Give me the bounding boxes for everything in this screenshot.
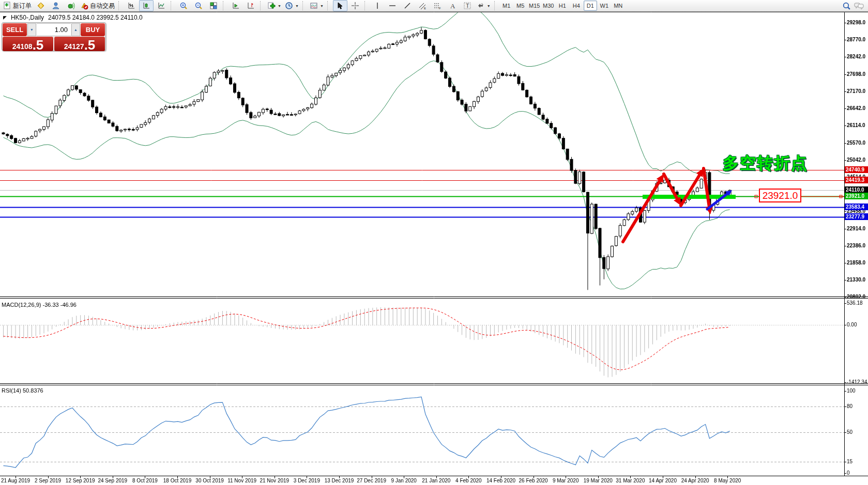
cursor-button[interactable]: [333, 0, 347, 11]
chart-shift-button[interactable]: [243, 0, 258, 11]
auto-trading-icon: [80, 2, 88, 10]
dropdown-caret-icon: ▼: [295, 4, 299, 8]
candlestick-chart-button[interactable]: [139, 0, 154, 11]
buy-price-main: 24127: [64, 42, 84, 51]
cursor-arrow-icon: [336, 2, 344, 10]
buy-price-button[interactable]: 24127.5: [54, 37, 105, 51]
crosshair-button[interactable]: [348, 0, 362, 11]
rsi-axis-tick: 0: [847, 470, 868, 476]
macd-label: MACD(12,26,9) -36.33 -46.96: [2, 302, 77, 308]
date-axis-label: 9 Mar 2020: [553, 478, 579, 483]
toolbar-separator: [223, 1, 226, 10]
new-order-button[interactable]: 新订单: [2, 0, 33, 11]
market-button[interactable]: [34, 0, 48, 11]
date-axis-label: 27 Dec 2019: [357, 478, 386, 483]
auto-trading-button[interactable]: 自动交易: [79, 0, 116, 11]
macd-axis-tick: -1412.34: [847, 379, 868, 385]
arrows-button[interactable]: ▼: [475, 0, 492, 11]
chart-canvas[interactable]: [0, 0, 868, 485]
bar-chart-icon: [127, 2, 135, 10]
text-label-icon: T: [463, 2, 471, 10]
trading-terminal-window: { "toolbar": { "new_order_label": "新订单",…: [0, 0, 868, 485]
timeframe-button-m15[interactable]: M15: [528, 1, 541, 11]
news-button[interactable]: [64, 0, 78, 11]
volume-decrease-button[interactable]: ▼: [27, 23, 36, 36]
svg-text:F: F: [439, 7, 441, 10]
date-axis-label: 9 Jan 2020: [391, 478, 417, 483]
zoom-out-button[interactable]: [191, 0, 206, 11]
fibonacci-button[interactable]: F: [430, 0, 445, 11]
channel-icon: E: [418, 2, 427, 10]
sell-price-button[interactable]: 24108.5: [3, 37, 53, 51]
signals-button[interactable]: [49, 0, 63, 11]
turning-point-annotation[interactable]: 多空转折点: [723, 152, 808, 174]
date-axis-label: 19 Mar 2020: [584, 478, 613, 483]
bar-chart-button[interactable]: [124, 0, 139, 11]
price-axis-tick: 26642.0: [847, 105, 868, 111]
text-button[interactable]: A: [445, 0, 460, 11]
chat-icon[interactable]: [854, 2, 864, 10]
text-label-button[interactable]: T: [460, 0, 475, 11]
date-axis-label: 21 Jan 2020: [422, 478, 450, 483]
crosshair-icon: [351, 2, 359, 10]
rsi-value: 50.8376: [23, 387, 43, 394]
indicators-button[interactable]: ▼: [266, 0, 283, 11]
auto-trading-label: 自动交易: [90, 2, 115, 10]
new-order-icon: [3, 2, 11, 10]
price-callout-box[interactable]: 23921.0: [759, 189, 801, 202]
equidistant-channel-button[interactable]: E: [415, 0, 430, 11]
vertical-line-button[interactable]: [370, 0, 385, 11]
periods-button[interactable]: ▼: [283, 0, 300, 11]
timeframe-button-mn[interactable]: MN: [612, 1, 625, 11]
price-axis-tick: 21858.0: [847, 260, 868, 265]
volume-increase-button[interactable]: ▲: [71, 23, 80, 36]
toolbar-separator: [118, 1, 122, 10]
line-chart-icon: [157, 2, 165, 10]
date-axis-label: 21 Nov 2019: [260, 478, 289, 483]
auto-scroll-button[interactable]: [229, 0, 243, 11]
search-icon[interactable]: [842, 2, 851, 10]
timeframe-button-h1[interactable]: H1: [556, 1, 569, 11]
trendline-button[interactable]: [400, 0, 415, 11]
timeframe-button-h4[interactable]: H4: [570, 1, 583, 11]
zoom-out-icon: [194, 2, 203, 10]
timeframe-button-d1[interactable]: D1: [584, 1, 597, 11]
price-level-badge: 23583.4: [845, 204, 868, 210]
sell-button[interactable]: SELL: [3, 23, 27, 36]
price-level-badge: 24419.3: [845, 177, 868, 183]
price-axis-tick: 27170.0: [847, 88, 868, 94]
date-axis-label: 2 Sep 2019: [35, 478, 61, 483]
date-axis-label: 4 Feb 2020: [455, 478, 482, 483]
rsi-axis-tick: 50: [847, 429, 868, 435]
date-axis-label: 3 Dec 2019: [294, 478, 320, 483]
date-axis-label: 21 Aug 2019: [1, 478, 30, 483]
timeframe-button-w1[interactable]: W1: [598, 1, 611, 11]
date-axis-label: 8 May 2020: [714, 478, 741, 483]
timeframe-button-m1[interactable]: M1: [500, 1, 513, 11]
vertical-line-icon: [373, 2, 382, 10]
volume-input[interactable]: [37, 23, 71, 36]
horizontal-line-button[interactable]: [385, 0, 400, 11]
price-axis-tick: 28242.0: [847, 54, 868, 59]
text-a-icon: A: [448, 2, 456, 10]
rsi-axis-tick: 80: [847, 403, 868, 409]
toolbar-separator: [302, 1, 306, 10]
template-icon: [310, 2, 318, 10]
toolbar-separator: [364, 1, 368, 10]
price-axis-tick: 28770.0: [847, 37, 868, 42]
dropdown-caret-icon: ▼: [320, 4, 324, 8]
symbol-period-label: HK50-,Daily: [11, 14, 44, 21]
timeframe-button-m5[interactable]: M5: [514, 1, 527, 11]
buy-button[interactable]: BUY: [81, 23, 105, 36]
zoom-in-button[interactable]: [176, 0, 191, 11]
timeframe-button-m30[interactable]: M30: [542, 1, 555, 11]
macd-axis-tick: 0.00: [847, 322, 868, 327]
dropdown-caret-icon: ▼: [278, 4, 281, 8]
macd-values: -36.33 -46.96: [42, 302, 76, 308]
line-chart-button[interactable]: [154, 0, 169, 11]
tile-windows-button[interactable]: [206, 0, 221, 11]
toolbar-separator: [260, 1, 264, 10]
templates-button[interactable]: ▼: [308, 0, 325, 11]
rsi-label: RSI(14) 50.8376: [2, 387, 43, 394]
price-axis-tick: 20802.0: [847, 294, 868, 300]
